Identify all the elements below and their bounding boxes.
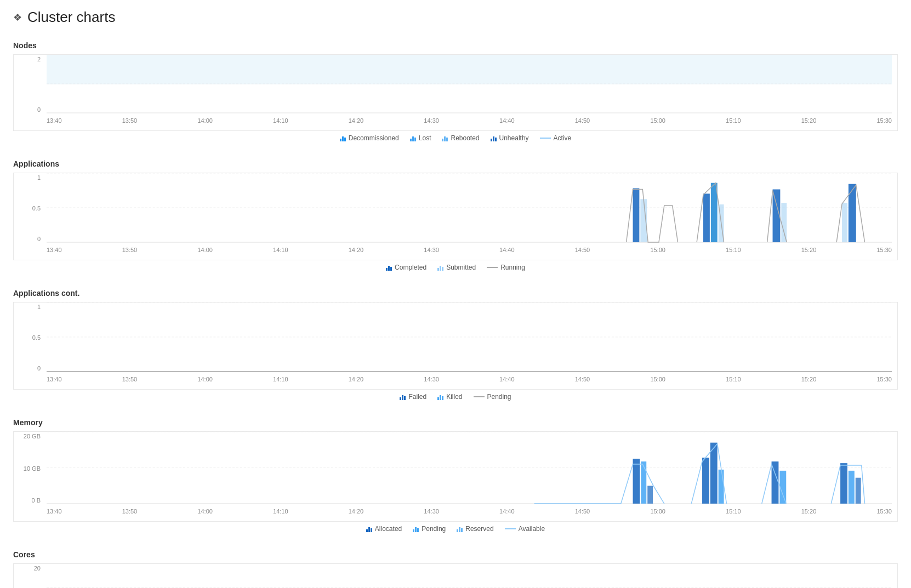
svg-rect-30 xyxy=(849,471,855,504)
applications-cont-chart-area xyxy=(47,302,892,373)
page-title: Cluster charts xyxy=(27,9,115,26)
applications-x-axis: 13:40 13:50 14:00 14:10 14:20 14:30 14:4… xyxy=(47,244,892,260)
applications-cont-y-axis: 1 0.5 0 xyxy=(14,302,44,373)
legend-submitted: Submitted xyxy=(437,264,476,271)
cores-section: Cores 20 10 13:40 13:50 xyxy=(13,550,898,588)
memory-y-axis: 20 GB 10 GB 0 B xyxy=(14,432,44,505)
svg-rect-0 xyxy=(47,55,892,84)
nodes-x-axis: 13:40 13:50 14:00 14:10 14:20 14:30 14:4… xyxy=(47,115,892,130)
applications-section: Applications 1 0.5 0 xyxy=(13,159,898,271)
svg-rect-28 xyxy=(779,471,786,504)
cores-title: Cores xyxy=(13,550,898,559)
cores-chart-area xyxy=(47,564,892,588)
applications-cont-legend: Failed Killed Pending xyxy=(13,393,898,401)
cores-chart: 20 10 13:40 13:50 14:00 14:1 xyxy=(13,563,898,588)
nodes-legend: Decommissioned Lost Rebooted Unhealthy A… xyxy=(13,134,898,142)
memory-x-axis: 13:40 13:50 14:00 14:10 14:20 14:30 14:4… xyxy=(47,506,892,521)
legend-allocated: Allocated xyxy=(366,525,402,533)
nodes-section: Nodes 2 0 13:40 13:50 14:00 14:10 14:20 … xyxy=(13,41,898,142)
nodes-chart-area xyxy=(47,55,892,114)
cores-y-axis: 20 10 xyxy=(14,564,44,588)
legend-killed: Killed xyxy=(437,393,462,401)
svg-rect-22 xyxy=(641,461,646,504)
legend-pending: Pending xyxy=(474,393,511,401)
legend-unhealthy: Unhealthy xyxy=(491,134,529,142)
legend-active: Active xyxy=(540,134,572,142)
applications-cont-title: Applications cont. xyxy=(13,289,898,298)
svg-rect-21 xyxy=(633,459,640,504)
page-header: ❖ Cluster charts xyxy=(13,9,898,26)
nodes-chart: 2 0 13:40 13:50 14:00 14:10 14:20 14:30 … xyxy=(13,54,898,131)
svg-rect-11 xyxy=(773,190,781,242)
nodes-y-axis: 2 0 xyxy=(14,55,44,114)
legend-available: Available xyxy=(505,525,545,533)
legend-reserved: Reserved xyxy=(457,525,493,533)
svg-rect-9 xyxy=(711,183,718,242)
memory-section: Memory 20 GB 10 GB 0 B xyxy=(13,418,898,533)
svg-rect-29 xyxy=(840,463,847,504)
legend-lost: Lost xyxy=(410,134,431,142)
applications-legend: Completed Submitted Running xyxy=(13,264,898,271)
nodes-title: Nodes xyxy=(13,41,898,50)
svg-rect-24 xyxy=(702,458,709,504)
nodes-y-top: 2 xyxy=(37,56,41,62)
grid-icon: ❖ xyxy=(13,12,22,24)
applications-chart-area xyxy=(47,173,892,243)
applications-cont-section: Applications cont. 1 0.5 0 13:40 13:50 1… xyxy=(13,289,898,401)
svg-rect-23 xyxy=(647,486,653,504)
applications-title: Applications xyxy=(13,159,898,168)
legend-pending-mem: Pending xyxy=(413,525,446,533)
memory-chart: 20 GB 10 GB 0 B xyxy=(13,431,898,522)
legend-running: Running xyxy=(487,264,525,271)
svg-rect-13 xyxy=(842,203,847,242)
legend-failed: Failed xyxy=(400,393,426,401)
memory-chart-area xyxy=(47,432,892,505)
memory-title: Memory xyxy=(13,418,898,427)
svg-rect-6 xyxy=(633,189,640,242)
applications-cont-chart: 1 0.5 0 13:40 13:50 14:00 14:10 14:20 14… xyxy=(13,302,898,390)
svg-rect-14 xyxy=(849,184,856,242)
applications-y-axis: 1 0.5 0 xyxy=(14,173,44,243)
svg-rect-31 xyxy=(856,478,861,504)
nodes-y-bottom: 0 xyxy=(37,106,41,113)
svg-rect-25 xyxy=(710,443,718,504)
svg-rect-26 xyxy=(719,470,724,504)
applications-chart: 1 0.5 0 xyxy=(13,173,898,260)
legend-completed: Completed xyxy=(386,264,426,271)
applications-cont-x-axis: 13:40 13:50 14:00 14:10 14:20 14:30 14:4… xyxy=(47,374,892,389)
legend-decommissioned: Decommissioned xyxy=(340,134,399,142)
legend-rebooted: Rebooted xyxy=(442,134,479,142)
svg-rect-12 xyxy=(781,203,787,242)
svg-rect-8 xyxy=(703,193,710,242)
memory-legend: Allocated Pending Reserved Available xyxy=(13,525,898,533)
